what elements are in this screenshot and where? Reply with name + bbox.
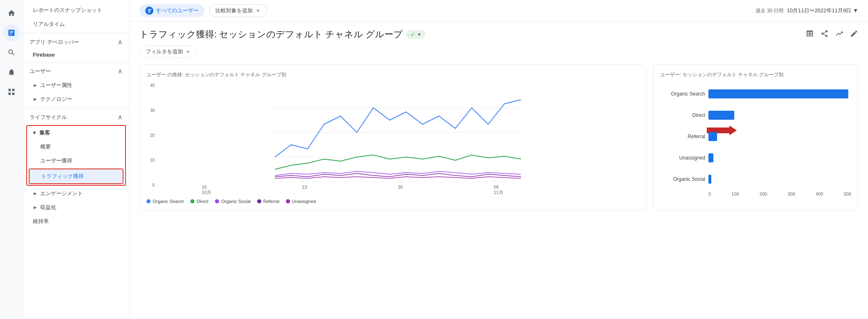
legend-dot-unassigned <box>286 199 290 203</box>
sidebar-item-realtime[interactable]: リアルタイム <box>23 17 129 31</box>
sidebar-item-technology[interactable]: ► テクノロジー <box>23 92 129 106</box>
bar-chart-x-axis: 0 100 200 300 400 500 <box>660 191 851 196</box>
chevron-right-icon-4: ► <box>33 205 38 210</box>
all-users-dot: す <box>145 7 153 15</box>
bar-chart-panel: ユーザー: セッションのデフォルト チャネル グループ別 Organic Sea… <box>653 64 858 211</box>
bar-fill-organic-search <box>708 89 848 98</box>
bar-row-organic-search: Organic Search <box>660 87 851 100</box>
line-chart-svg <box>156 83 640 182</box>
divider-1 <box>23 33 129 33</box>
filter-row: フィルタを追加 ＋ <box>139 46 858 58</box>
compare-button[interactable]: 比較対象を追加 ＋ <box>209 4 267 17</box>
line-chart-wrapper: 0 10 20 30 40 <box>146 83 640 196</box>
bar-fill-referral <box>708 132 717 141</box>
title-badge-button[interactable]: ✓ ▼ <box>406 30 425 39</box>
bar-track-organic-social <box>708 175 851 184</box>
sidebar-item-shukyaku[interactable]: ▼ 集客 <box>27 126 125 140</box>
header-bar: す すべてのユーザー 比較対象を追加 ＋ 過去 30 日間 10月11日〜202… <box>130 0 868 22</box>
sidebar-item-traffic-acquisition[interactable]: トラフィック獲得 <box>30 169 123 183</box>
traffic-acquisition-box: トラフィック獲得 <box>29 169 123 184</box>
sidebar-item-snapshot[interactable]: レポートのスナップショット <box>23 3 129 17</box>
legend-dot-organic-social <box>215 199 219 203</box>
sidebar-section-app-developer[interactable]: アプリ デベロッパー ∧ <box>23 35 129 49</box>
charts-container: ユーザー の推移: セッションのデフォルト チャネル グループ別 0 10 20… <box>139 64 858 211</box>
bar-track-direct <box>708 111 851 120</box>
sidebar-item-overview[interactable]: 概要 <box>27 140 125 154</box>
chevron-right-icon-2: ► <box>33 96 38 102</box>
line-chart-panel: ユーザー の推移: セッションのデフォルト チャネル グループ別 0 10 20… <box>139 64 646 211</box>
sidebar-item-engagement[interactable]: ► エンゲージメント <box>23 187 129 201</box>
sidebar-item-monetization[interactable]: ► 収益化 <box>23 201 129 214</box>
date-range: 過去 30 日間 10月11日〜2022年11月9日 ▼ <box>756 7 858 14</box>
bar-fill-direct <box>708 111 734 120</box>
bar-track-organic-search <box>708 89 851 98</box>
sidebar-item-user-attributes[interactable]: ► ユーザー属性 <box>23 78 129 92</box>
filter-add-button[interactable]: フィルタを追加 ＋ <box>139 46 197 58</box>
bar-track-unassigned <box>708 153 851 162</box>
page-title: トラフィック獲得: セッションのデフォルト チャネル グループ ✓ ▼ <box>139 28 425 41</box>
nav-rail <box>0 0 23 319</box>
bar-fill-unassigned <box>708 153 713 162</box>
legend-direct: Direct <box>190 199 208 204</box>
plus-icon: ＋ <box>255 7 261 14</box>
sidebar-item-user-acquisition[interactable]: ユーザー獲得 <box>27 154 125 168</box>
chevron-down-icon: ▼ <box>32 130 37 136</box>
sidebar-item-retention[interactable]: 維持率 <box>23 214 129 228</box>
bar-chart-title: ユーザー: セッションのデフォルト チャネル グループ別 <box>660 71 851 78</box>
share-icon[interactable] <box>820 30 829 40</box>
page-actions <box>806 30 858 40</box>
table-icon[interactable] <box>806 30 814 40</box>
chevron-right-icon-3: ► <box>33 191 38 196</box>
trend-icon[interactable] <box>835 30 843 40</box>
bell-icon[interactable] <box>3 64 20 80</box>
home-icon[interactable] <box>3 5 20 21</box>
sidebar: レポートのスナップショット リアルタイム アプリ デベロッパー ∧ Fireba… <box>23 0 130 319</box>
line-chart-title: ユーザー の推移: セッションのデフォルト チャネル グループ別 <box>146 71 640 78</box>
bar-row-referral: Referral <box>660 130 851 143</box>
bar-label-direct: Direct <box>660 112 705 118</box>
bar-label-organic-social: Organic Social <box>660 176 705 182</box>
bar-label-referral: Referral <box>660 134 705 139</box>
legend-unassigned: Unassigned <box>286 199 316 204</box>
bar-row-organic-social: Organic Social <box>660 173 851 186</box>
all-users-button[interactable]: す すべてのユーザー <box>139 4 204 17</box>
date-dropdown-button[interactable]: ▼ <box>853 7 858 14</box>
chevron-up-icon-3: ∧ <box>118 113 123 121</box>
legend-dot-direct <box>190 199 194 203</box>
analytics-icon[interactable] <box>3 25 20 41</box>
legend-organic-social: Organic Social <box>215 199 251 204</box>
firebase-label: Firebase <box>23 49 129 60</box>
shukyaku-section-box: ▼ 集客 概要 ユーザー獲得 トラフィック獲得 <box>26 125 126 186</box>
line-chart-svg-container: 1610月 23 30 0611月 <box>156 83 640 196</box>
search-icon[interactable] <box>3 44 20 61</box>
divider-2 <box>23 62 129 62</box>
edit-icon[interactable] <box>850 30 858 40</box>
x-axis-labels: 1610月 23 30 0611月 <box>156 185 640 196</box>
legend-dot-referral <box>257 199 261 203</box>
bar-track-referral <box>708 132 851 141</box>
chart-legend: Organic Search Direct Organic Social Ref… <box>146 199 640 204</box>
bar-fill-organic-social <box>708 175 711 184</box>
bar-label-unassigned: Unassigned <box>660 155 705 161</box>
bar-row-direct: Direct <box>660 109 851 122</box>
bar-row-unassigned: Unassigned <box>660 151 851 164</box>
bar-chart-area: Organic Search Direct Referr <box>660 83 851 190</box>
content-area: トラフィック獲得: セッションのデフォルト チャネル グループ ✓ ▼ <box>130 22 868 319</box>
sidebar-section-user[interactable]: ユーザー ∧ <box>23 64 129 78</box>
badge-label: ▼ <box>417 32 421 37</box>
check-icon: ✓ <box>410 31 415 38</box>
legend-organic-search: Organic Search <box>146 199 184 204</box>
sidebar-section-lifecycle[interactable]: ライフサイクル ∧ <box>23 110 129 124</box>
plus-icon-filter: ＋ <box>185 48 191 55</box>
main-content: す すべてのユーザー 比較対象を追加 ＋ 過去 30 日間 10月11日〜202… <box>130 0 868 319</box>
page-title-row: トラフィック獲得: セッションのデフォルト チャネル グループ ✓ ▼ <box>139 28 858 41</box>
chevron-up-icon-2: ∧ <box>118 67 123 75</box>
legend-referral: Referral <box>257 199 279 204</box>
legend-dot-organic-search <box>146 199 151 203</box>
chevron-up-icon: ∧ <box>118 38 123 46</box>
divider-3 <box>23 108 129 108</box>
bar-label-organic-search: Organic Search <box>660 91 705 97</box>
chevron-right-icon: ► <box>33 82 38 88</box>
y-axis: 0 10 20 30 40 <box>146 83 156 196</box>
grid-icon[interactable] <box>3 84 20 100</box>
